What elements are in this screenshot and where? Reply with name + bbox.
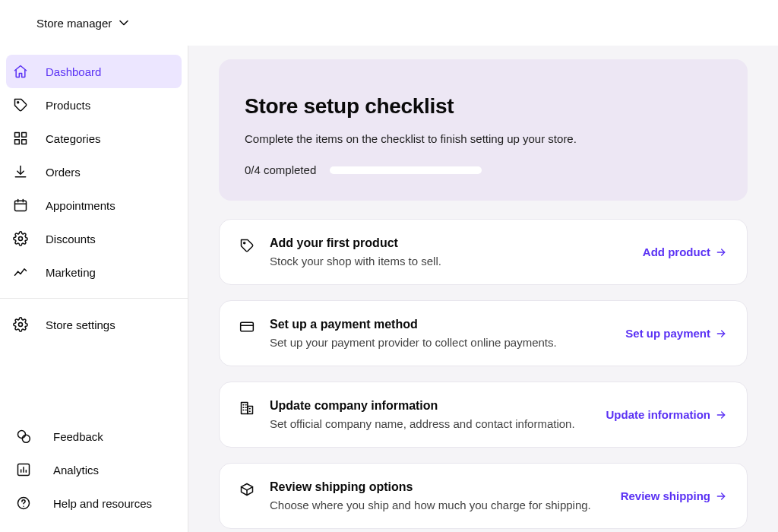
sidebar-item-help[interactable]: Help and resources xyxy=(6,486,182,520)
checklist-item-desc: Stock your shop with items to sell. xyxy=(270,255,629,268)
sidebar-item-label: Analytics xyxy=(53,464,99,477)
help-icon xyxy=(15,495,32,511)
set-up-payment-link[interactable]: Set up payment xyxy=(625,327,727,340)
trend-icon xyxy=(12,264,29,280)
svg-rect-2 xyxy=(22,133,27,138)
arrow-right-icon xyxy=(715,328,727,340)
svg-rect-15 xyxy=(248,407,253,414)
sidebar-item-label: Discounts xyxy=(46,233,96,245)
arrow-right-icon xyxy=(715,409,727,421)
credit-card-icon xyxy=(239,319,256,334)
sidebar-item-label: Appointments xyxy=(46,199,115,212)
sidebar-item-dashboard[interactable]: Dashboard xyxy=(6,55,182,88)
building-icon xyxy=(239,401,256,416)
store-switcher-label: Store manager xyxy=(36,17,112,30)
sidebar-item-analytics[interactable]: Analytics xyxy=(6,453,182,486)
sidebar-item-label: Categories xyxy=(46,132,101,145)
sidebar-item-discounts[interactable]: Discounts xyxy=(6,222,182,255)
sidebar-item-appointments[interactable]: Appointments xyxy=(6,188,182,222)
sidebar-item-feedback[interactable]: Feedback xyxy=(6,420,182,453)
arrow-right-icon xyxy=(715,246,727,258)
checklist-item-desc: Set official company name, address and c… xyxy=(270,417,593,430)
sidebar-item-label: Marketing xyxy=(46,266,96,279)
bar-chart-icon xyxy=(15,461,32,478)
svg-rect-4 xyxy=(22,140,27,144)
checklist-card-add-product: Add your first product Stock your shop w… xyxy=(219,219,748,285)
hero-subtitle: Complete the items on the checklist to f… xyxy=(245,132,722,145)
feedback-icon xyxy=(15,428,32,445)
checklist-item-title: Add your first product xyxy=(270,236,629,250)
sidebar-item-label: Store settings xyxy=(46,318,115,331)
progress-row: 0/4 completed xyxy=(245,163,722,176)
action-label: Add product xyxy=(643,245,710,258)
main-content: Store setup checklist Complete the items… xyxy=(188,46,778,532)
svg-rect-5 xyxy=(15,201,27,211)
setup-checklist-hero: Store setup checklist Complete the items… xyxy=(219,59,748,201)
home-icon xyxy=(12,63,29,80)
svg-point-0 xyxy=(17,102,19,103)
action-label: Review shipping xyxy=(621,489,710,502)
add-product-link[interactable]: Add product xyxy=(643,245,727,258)
sidebar-settings-section: Store settings xyxy=(0,298,188,350)
sidebar-item-label: Help and resources xyxy=(53,497,152,510)
sidebar-footer-section: Feedback Analytics Help and resources xyxy=(0,410,188,532)
checklist-card-shipping-options: Review shipping options Choose where you… xyxy=(219,463,748,529)
calendar-icon xyxy=(12,197,29,214)
checklist-item-title: Set up a payment method xyxy=(270,318,612,331)
svg-rect-1 xyxy=(15,133,20,138)
checklist-item-desc: Set up your payment provider to collect … xyxy=(270,336,612,349)
sidebar-item-categories[interactable]: Categories xyxy=(6,122,182,155)
chevron-down-icon xyxy=(119,20,128,26)
sidebar-item-marketing[interactable]: Marketing xyxy=(6,255,182,289)
checklist-item-desc: Choose where you ship and how much you c… xyxy=(270,499,607,511)
sidebar-item-store-settings[interactable]: Store settings xyxy=(6,308,182,341)
svg-point-8 xyxy=(18,431,26,439)
arrow-right-icon xyxy=(715,490,727,502)
hero-title: Store setup checklist xyxy=(245,94,722,119)
package-icon xyxy=(239,482,256,497)
topbar: Store manager xyxy=(0,0,778,46)
progress-label: 0/4 completed xyxy=(245,163,316,176)
svg-rect-14 xyxy=(242,403,248,414)
checklist-item-title: Update company information xyxy=(270,399,593,413)
svg-rect-3 xyxy=(15,140,20,144)
progress-bar xyxy=(330,166,482,174)
svg-point-6 xyxy=(19,237,23,241)
update-information-link[interactable]: Update information xyxy=(606,408,728,421)
store-switcher[interactable]: Store manager xyxy=(36,17,128,30)
sidebar-item-label: Feedback xyxy=(53,430,103,443)
checklist-card-company-info: Update company information Set official … xyxy=(219,382,748,448)
tag-icon xyxy=(12,97,29,113)
download-icon xyxy=(12,163,29,180)
svg-point-12 xyxy=(244,242,245,244)
sidebar-item-label: Dashboard xyxy=(46,65,101,78)
discount-gear-icon xyxy=(12,230,29,247)
sidebar: Dashboard Products Categories Orders xyxy=(0,46,188,532)
review-shipping-link[interactable]: Review shipping xyxy=(621,489,727,502)
action-label: Update information xyxy=(606,408,711,421)
sidebar-item-label: Orders xyxy=(46,166,81,179)
grid-icon xyxy=(12,130,29,147)
checklist-card-payment-method: Set up a payment method Set up your paym… xyxy=(219,300,748,366)
action-label: Set up payment xyxy=(625,327,710,340)
gear-icon xyxy=(12,316,29,333)
sidebar-item-products[interactable]: Products xyxy=(6,88,182,122)
svg-point-9 xyxy=(22,435,30,442)
sidebar-item-orders[interactable]: Orders xyxy=(6,155,182,188)
sidebar-item-label: Products xyxy=(46,99,90,112)
svg-point-7 xyxy=(19,323,23,327)
checklist-item-title: Review shipping options xyxy=(270,480,607,494)
sidebar-primary-section: Dashboard Products Categories Orders xyxy=(0,46,188,298)
tag-icon xyxy=(239,238,256,253)
svg-rect-13 xyxy=(241,322,254,331)
